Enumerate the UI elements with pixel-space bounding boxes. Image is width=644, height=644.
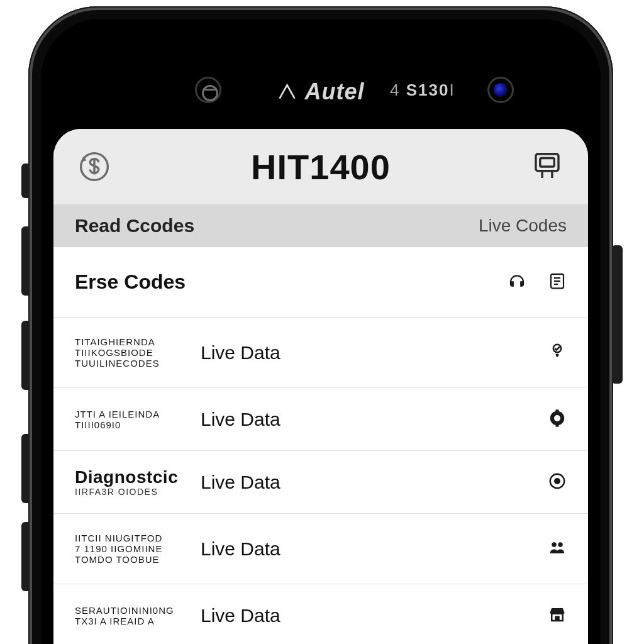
tab-bar: Read Ccodes Live Codes [53,204,588,247]
list-card-icon [548,272,567,293]
svg-rect-10 [556,409,559,412]
list-item[interactable]: TITAIGHIERNDA TIIIKOGSBIODE TUUILINECODE… [53,318,588,388]
svg-point-13 [555,479,560,484]
list-item[interactable]: IITCII NIUGITFOD 7 1190 IIGOMIINE TOMDO … [53,514,588,584]
row-code: Diagnostcic IIRFA3R OIODES [75,468,201,497]
erase-codes-label: Erse Codes [75,270,186,294]
app-title: HIT1400 [251,147,391,187]
row-code: SERAUTIOININI0NG TX3I A IREAID A [75,605,201,626]
row-label: Live Data [201,538,548,560]
store-icon [548,605,567,626]
check-circle-icon [548,342,567,364]
phone-bezel: Autel 4 S130I HIT1400 [41,19,601,644]
donut-icon [548,409,567,430]
row-label: Live Data [201,605,548,626]
refresh-dollar-icon[interactable] [77,150,111,184]
erase-codes-row[interactable]: Erse Codes [53,247,588,318]
sensor-icon [195,77,221,103]
brand-logo: Autel [277,79,365,105]
phone-frame: Autel 4 S130I HIT1400 [28,6,613,644]
row-code: JTTI A IEILEINDA TIIII069I0 [75,409,201,430]
svg-point-15 [558,542,563,547]
svg-rect-17 [555,616,560,621]
svg-point-14 [552,542,557,547]
row-code: TITAIGHIERNDA TIIIKOGSBIODE TUUILINECODE… [75,336,201,369]
tab-live-codes[interactable]: Live Codes [479,216,567,236]
brand-text: Autel [305,79,365,105]
list-item[interactable]: SERAUTIOININI0NG TX3I A IREAID A Live Da… [53,584,588,644]
status-strip: Autel 4 S130I [41,19,601,129]
row-label: Live Data [201,342,548,364]
screen: HIT1400 Read Ccodes Live Codes [53,129,588,644]
row-code: IITCII NIUGITFOD 7 1190 IIGOMIINE TOMDO … [75,533,201,565]
app-header: HIT1400 [53,129,588,204]
row-label: Live Data [201,472,548,493]
people-icon [548,538,567,560]
headset-icon [508,272,526,293]
dot-circle-icon [548,472,567,493]
svg-rect-11 [556,425,559,427]
row-label: Live Data [201,409,548,430]
camera-icon [487,77,514,103]
list-item[interactable]: Diagnostcic IIRFA3R OIODES Live Data [53,451,588,514]
list-item[interactable]: JTTI A IEILEINDA TIIII069I0 Live Data [53,388,588,451]
tab-read-codes[interactable]: Read Ccodes [75,215,194,236]
device-chip-icon[interactable] [530,150,564,184]
status-code: 4 S130I [390,80,455,100]
svg-rect-2 [540,158,555,167]
